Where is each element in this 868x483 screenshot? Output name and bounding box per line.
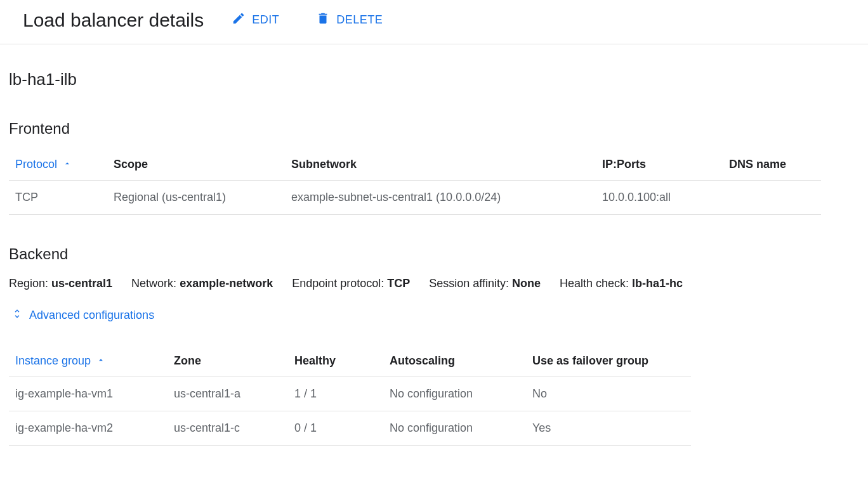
cell-failover: No — [526, 377, 691, 411]
col-autoscaling[interactable]: Autoscaling — [383, 348, 526, 377]
table-row: TCP Regional (us-central1) example-subne… — [9, 181, 821, 215]
trash-icon — [316, 11, 330, 29]
network-label: Network: — [131, 277, 180, 290]
frontend-table: Protocol Scope Subnetwork IP:Ports DNS n… — [9, 151, 821, 215]
col-ig-label: Instance group — [15, 354, 91, 367]
endpoint-label: Endpoint protocol: — [292, 277, 387, 290]
region-value: us-central1 — [51, 277, 112, 290]
resource-name: lb-ha1-ilb — [9, 70, 859, 89]
meta-affinity: Session affinity: None — [429, 277, 541, 290]
endpoint-value: TCP — [387, 277, 410, 290]
network-value: example-network — [180, 277, 273, 290]
affinity-label: Session affinity: — [429, 277, 512, 290]
backend-title: Backend — [9, 245, 859, 263]
cell-failover: Yes — [526, 411, 691, 446]
cell-healthy: 0 / 1 — [288, 411, 383, 446]
meta-network: Network: example-network — [131, 277, 273, 290]
cell-ipports: 10.0.0.100:all — [596, 181, 723, 215]
table-row: ig-example-ha-vm2 us-central1-c 0 / 1 No… — [9, 411, 691, 446]
sort-up-icon — [96, 354, 105, 368]
pencil-icon — [232, 11, 246, 29]
sort-up-icon — [63, 158, 72, 171]
col-dnsname[interactable]: DNS name — [723, 151, 821, 181]
delete-label: DELETE — [336, 13, 383, 27]
meta-endpoint: Endpoint protocol: TCP — [292, 277, 410, 290]
cell-ig: ig-example-ha-vm1 — [9, 377, 168, 411]
edit-label: EDIT — [252, 13, 279, 27]
col-scope[interactable]: Scope — [107, 151, 285, 181]
action-group: EDIT DELETE — [229, 8, 385, 32]
delete-button[interactable]: DELETE — [313, 8, 385, 32]
page-title: Load balancer details — [23, 10, 204, 31]
content: lb-ha1-ilb Frontend Protocol Scope Subne… — [0, 44, 868, 446]
cell-ig: ig-example-ha-vm2 — [9, 411, 168, 446]
edit-button[interactable]: EDIT — [229, 8, 282, 32]
cell-zone: us-central1-a — [168, 377, 288, 411]
advanced-configurations-toggle[interactable]: Advanced configurations — [9, 308, 859, 323]
col-failover[interactable]: Use as failover group — [526, 348, 691, 377]
cell-protocol: TCP — [9, 181, 107, 215]
affinity-value: None — [512, 277, 541, 290]
header-bar: Load balancer details EDIT DELETE — [0, 0, 868, 44]
healthcheck-label: Health check: — [560, 277, 632, 290]
backend-meta: Region: us-central1 Network: example-net… — [9, 277, 859, 290]
col-zone[interactable]: Zone — [168, 348, 288, 377]
cell-scope: Regional (us-central1) — [107, 181, 285, 215]
cell-autoscaling: No configuration — [383, 411, 526, 446]
cell-zone: us-central1-c — [168, 411, 288, 446]
expand-icon — [11, 308, 23, 323]
healthcheck-value: lb-ha1-hc — [632, 277, 683, 290]
col-ipports[interactable]: IP:Ports — [596, 151, 723, 181]
frontend-title: Frontend — [9, 120, 859, 138]
region-label: Region: — [9, 277, 51, 290]
cell-subnetwork: example-subnet-us-central1 (10.0.0.0/24) — [285, 181, 596, 215]
col-healthy[interactable]: Healthy — [288, 348, 383, 377]
meta-healthcheck: Health check: lb-ha1-hc — [560, 277, 683, 290]
cell-healthy: 1 / 1 — [288, 377, 383, 411]
advanced-label: Advanced configurations — [29, 309, 154, 322]
col-protocol-label: Protocol — [15, 158, 57, 171]
table-row: ig-example-ha-vm1 us-central1-a 1 / 1 No… — [9, 377, 691, 411]
col-instance-group[interactable]: Instance group — [9, 348, 168, 377]
meta-region: Region: us-central1 — [9, 277, 112, 290]
cell-dnsname — [723, 181, 821, 215]
cell-autoscaling: No configuration — [383, 377, 526, 411]
backend-table: Instance group Zone Healthy Autoscaling … — [9, 348, 691, 446]
col-protocol[interactable]: Protocol — [9, 151, 107, 181]
col-subnetwork[interactable]: Subnetwork — [285, 151, 596, 181]
